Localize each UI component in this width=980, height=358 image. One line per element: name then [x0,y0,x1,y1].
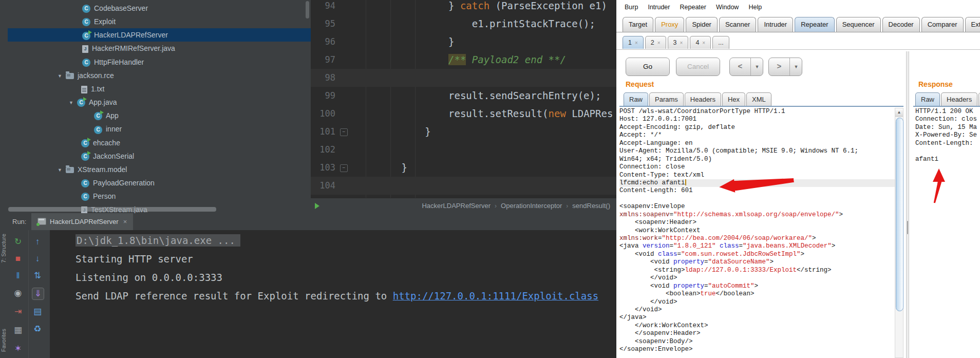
tree-row[interactable]: CExploit [8,15,311,28]
request-editor[interactable]: POST /wls-wsat/CoordinatorPortType HTTP/… [619,108,895,358]
tree-row[interactable]: ▼XStream.model [8,163,311,176]
menu-item-help[interactable]: Help [745,4,765,11]
console-link[interactable]: http://127.0.0.1:1111/Exploit.class [393,290,598,302]
rerun-button[interactable]: ↻ [12,236,24,248]
next-request-button[interactable]: > ▼ [768,58,802,76]
restore-button[interactable]: ⇓ [32,288,44,300]
chevron-down-icon[interactable]: ▼ [790,58,802,76]
chevron-down-icon[interactable]: ▼ [751,58,763,76]
tab-sequencer[interactable]: Sequencer [836,17,881,32]
request-tab-xml[interactable]: XML [746,92,771,106]
scroll-up-icon[interactable]: ▲ [895,108,903,117]
tree-row[interactable]: CHttpFileHandler [8,55,311,69]
tree-row[interactable]: CCodebaseServer [8,2,311,15]
menu-item-intruder[interactable]: Intruder [645,4,673,11]
next-icon[interactable]: > [769,58,790,76]
menu-item-repeater[interactable]: Repeater [677,4,709,11]
request-tab-headers[interactable]: Headers [685,92,721,106]
go-button[interactable]: Go [626,58,670,76]
skip-button[interactable]: ⇅ [32,270,43,281]
close-icon[interactable]: × [680,40,683,46]
tree-horizontal-scrollbar[interactable] [8,207,216,212]
tree-row[interactable]: ▼CApp.java [8,96,311,109]
code-editor[interactable]: 94 } catch (ParseException e1)95 e1.prin… [311,0,616,198]
stop-button[interactable]: ■ [12,253,24,265]
prev-icon[interactable]: < [730,58,751,76]
response-line: Date: Sun, 15 Ma [915,124,980,131]
repeater-item-tab-2[interactable]: 2× [645,36,666,49]
monitor-button[interactable]: ▦ [12,325,24,336]
code-text: result.setResult(new LDAPRes [354,105,613,123]
breadcrumb-class[interactable]: HackerLDAPRefServer [422,202,491,210]
snapshot-button[interactable]: ◉ [12,288,24,299]
tree-row[interactable]: CJackonSerial [8,149,311,163]
response-viewer[interactable]: HTTP/1.1 200 OKConnection: closDate: Sun… [915,108,980,358]
request-scrollbar[interactable]: ▲ [895,108,903,358]
favorites-tool-button[interactable]: Favorites [1,329,7,352]
menu-item-burp[interactable]: Burp [621,4,641,11]
tab-proxy[interactable]: Proxy [655,17,684,32]
run-tab-label: HackerLDAPRefServer [50,218,119,225]
pin-button[interactable]: ✶ [12,343,24,354]
repeater-item-tab-...[interactable]: ... [712,36,729,49]
close-icon[interactable]: × [702,40,705,46]
tree-row[interactable]: ▼jackson.rce [8,69,311,82]
run-gutter-icon[interactable] [315,203,319,209]
repeater-item-tab-1[interactable]: 1× [623,36,644,49]
request-line: <void class="com.sun.rowset.JdbcRowSetIm… [619,251,895,258]
fold-marker-icon[interactable]: − [340,164,348,172]
breadcrumb-member[interactable]: OperationInterceptor [501,202,562,210]
up-button[interactable]: ↑ [32,236,43,248]
tree-row[interactable]: 1.txt [8,82,311,96]
down-button[interactable]: ↓ [32,253,43,265]
print-button[interactable]: ▤ [32,306,43,317]
response-tab-headers[interactable]: Headers [941,92,977,106]
tab-repeater[interactable]: Repeater [795,17,834,32]
expand-arrow-icon[interactable]: ▼ [58,69,65,83]
scrollbar-thumb[interactable] [896,118,903,311]
tree-row[interactable]: CPayloadGeneration [8,176,311,190]
tree-item-label: 1.txt [91,85,104,93]
tab-extender[interactable]: Extender [965,17,980,32]
close-icon[interactable]: × [657,40,661,46]
close-icon[interactable]: × [123,218,127,225]
tree-vertical-scrollbar[interactable] [306,1,309,18]
response-tab-raw[interactable]: Raw [915,92,940,106]
tree-row[interactable]: JHackerRMIRefServer.java [8,42,311,55]
menu-item-window[interactable]: Window [713,4,742,11]
prev-request-button[interactable]: < ▼ [729,58,763,76]
tree-row[interactable]: CPerson [8,190,311,203]
tab-decoder[interactable]: Decoder [882,17,920,32]
trash-button[interactable]: ♻ [32,324,43,335]
tab-scanner[interactable]: Scanner [719,17,756,32]
divider-grip[interactable] [907,221,908,234]
tree-row[interactable]: Cehcache [8,136,311,149]
fold-marker-icon[interactable]: − [340,128,348,136]
repeater-item-tab-4[interactable]: 4× [690,36,711,49]
exit-button[interactable]: ⇥ [12,306,24,317]
tab-intruder[interactable]: Intruder [758,17,793,32]
pause-button[interactable]: ‖ [12,270,24,281]
breadcrumb-method[interactable]: sendResult() [572,202,610,210]
expand-arrow-icon[interactable]: ▼ [58,163,65,177]
project-tree[interactable]: CCodebaseServerCExploitCHackerLDAPRefSer… [8,0,311,213]
tree-row[interactable]: CHackerLDAPRefServer [8,28,311,42]
tab-comparer[interactable]: Comparer [921,17,964,32]
expand-arrow-icon[interactable]: ▼ [69,96,76,109]
tree-row[interactable]: CApp [8,109,311,122]
request-tab-raw[interactable]: Raw [624,92,648,106]
close-icon[interactable]: × [635,40,638,46]
tab-underline [619,106,903,107]
tree-item-label: JackonSerial [93,152,134,160]
run-tab[interactable]: HackerLDAPRefServer× [31,213,133,230]
repeater-item-tab-3[interactable]: 3× [668,36,689,49]
structure-tool-button[interactable]: 7: Structure [1,234,7,263]
tab-target[interactable]: Target [623,17,653,32]
request-tab-hex[interactable]: Hex [722,92,745,106]
cancel-button[interactable]: Cancel [676,58,720,76]
tree-row[interactable]: Cinner [8,122,311,136]
request-tab-params[interactable]: Params [649,92,684,106]
run-console[interactable]: D:\jdk_1.8\bin\java.exe ...Starting HTTP… [50,230,616,358]
tab-spider[interactable]: Spider [686,17,718,32]
pane-divider[interactable] [906,51,909,358]
